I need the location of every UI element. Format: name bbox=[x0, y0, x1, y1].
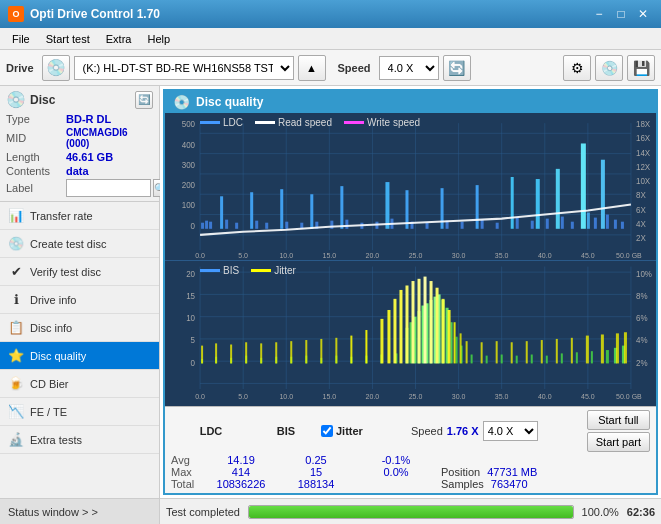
menu-file[interactable]: File bbox=[4, 31, 38, 47]
sidebar-item-verify-test-disc[interactable]: ✔ Verify test disc bbox=[0, 258, 159, 286]
legend-ldc: LDC bbox=[200, 117, 243, 128]
svg-rect-188 bbox=[430, 281, 433, 363]
svg-text:4X: 4X bbox=[636, 220, 646, 229]
sidebar-item-create-test-disc[interactable]: 💿 Create test disc bbox=[0, 230, 159, 258]
sidebar-item-fe-te[interactable]: 📉 FE / TE bbox=[0, 398, 159, 426]
stats-area: LDC BIS Jitter Speed 1.76 X bbox=[165, 406, 656, 493]
disc-section-title: Disc bbox=[30, 93, 55, 107]
settings-button[interactable]: ⚙ bbox=[563, 55, 591, 81]
disc-quality-header: 💿 Disc quality bbox=[165, 91, 656, 113]
bottom-chart-legend: BIS Jitter bbox=[200, 265, 296, 276]
maximize-button[interactable]: □ bbox=[611, 4, 631, 24]
disc-quality-icon: 💿 bbox=[173, 94, 190, 110]
app-title: Opti Drive Control 1.70 bbox=[30, 7, 160, 21]
speed-stat-value: 1.76 X bbox=[447, 425, 479, 437]
minimize-button[interactable]: − bbox=[589, 4, 609, 24]
svg-rect-182 bbox=[393, 299, 396, 364]
sidebar-item-label: Drive info bbox=[30, 294, 76, 306]
sidebar-item-label: FE / TE bbox=[30, 406, 67, 418]
disc-refresh-button[interactable]: 🔄 bbox=[135, 91, 153, 109]
length-label: Length bbox=[6, 151, 66, 163]
svg-rect-204 bbox=[616, 334, 619, 364]
svg-text:5: 5 bbox=[191, 335, 196, 346]
title-bar: O Opti Drive Control 1.70 − □ ✕ bbox=[0, 0, 661, 28]
top-chart-svg: 500 400 300 200 100 0 18X 16X 14X 12X 10… bbox=[165, 113, 656, 260]
svg-rect-86 bbox=[606, 215, 609, 229]
svg-rect-77 bbox=[536, 179, 540, 229]
mid-label: MID bbox=[6, 132, 66, 144]
type-value: BD-R DL bbox=[66, 113, 111, 125]
legend-jitter: Jitter bbox=[251, 265, 296, 276]
avg-jitter: -0.1% bbox=[351, 454, 441, 466]
svg-rect-60 bbox=[345, 220, 348, 229]
svg-rect-193 bbox=[460, 334, 462, 364]
svg-rect-63 bbox=[385, 182, 389, 229]
svg-rect-172 bbox=[260, 344, 262, 364]
menu-help[interactable]: Help bbox=[139, 31, 178, 47]
avg-bis: 0.25 bbox=[281, 454, 351, 466]
sidebar-item-label: Transfer rate bbox=[30, 210, 93, 222]
sidebar-item-label: Extra tests bbox=[30, 434, 82, 446]
svg-rect-195 bbox=[481, 343, 483, 364]
svg-rect-45 bbox=[205, 221, 208, 229]
svg-text:10: 10 bbox=[186, 313, 195, 324]
status-window-button[interactable]: Status window > > bbox=[0, 498, 159, 524]
ldc-col-header: LDC bbox=[171, 425, 251, 437]
avg-ldc: 14.19 bbox=[201, 454, 281, 466]
sidebar-item-transfer-rate[interactable]: 📊 Transfer rate bbox=[0, 202, 159, 230]
sidebar-item-extra-tests[interactable]: 🔬 Extra tests bbox=[0, 426, 159, 454]
svg-rect-176 bbox=[320, 339, 322, 363]
svg-text:18X: 18X bbox=[636, 120, 651, 129]
menu-start-test[interactable]: Start test bbox=[38, 31, 98, 47]
eject-button[interactable]: ▲ bbox=[298, 55, 326, 81]
jitter-checkbox[interactable] bbox=[321, 425, 333, 437]
svg-text:10.0: 10.0 bbox=[279, 252, 293, 259]
disc-label-label: Label bbox=[6, 182, 66, 194]
sidebar-item-cd-bier[interactable]: 🍺 CD Bier bbox=[0, 370, 159, 398]
svg-text:8X: 8X bbox=[636, 191, 646, 200]
svg-rect-51 bbox=[255, 221, 258, 229]
svg-rect-49 bbox=[235, 223, 238, 229]
svg-rect-189 bbox=[436, 288, 439, 364]
start-part-button[interactable]: Start part bbox=[587, 432, 650, 452]
sidebar-item-label: Create test disc bbox=[30, 238, 106, 250]
type-label: Type bbox=[6, 113, 66, 125]
sidebar-item-disc-info[interactable]: 📋 Disc info bbox=[0, 314, 159, 342]
sidebar-item-drive-info[interactable]: ℹ Drive info bbox=[0, 286, 159, 314]
svg-rect-160 bbox=[531, 355, 533, 364]
svg-rect-70 bbox=[461, 222, 464, 229]
speed-stat-dropdown[interactable]: 4.0 X Max 2.0 X bbox=[483, 421, 538, 441]
svg-rect-72 bbox=[481, 220, 484, 229]
svg-rect-56 bbox=[310, 194, 313, 229]
charts-container: LDC Read speed Write speed bbox=[165, 113, 656, 406]
svg-rect-84 bbox=[594, 218, 597, 229]
svg-rect-154 bbox=[456, 337, 458, 364]
disc-label-input[interactable] bbox=[66, 179, 151, 197]
svg-rect-87 bbox=[614, 220, 617, 229]
svg-rect-79 bbox=[556, 169, 560, 229]
svg-rect-179 bbox=[365, 330, 367, 363]
svg-text:30.0: 30.0 bbox=[452, 392, 466, 401]
refresh-button[interactable]: 🔄 bbox=[443, 55, 471, 81]
menu-extra[interactable]: Extra bbox=[98, 31, 140, 47]
svg-rect-165 bbox=[606, 350, 609, 363]
drive-icon-button[interactable]: 💿 bbox=[42, 55, 70, 81]
speed-selector[interactable]: 4.0 X Max 2.0 X 6.0 X bbox=[379, 56, 439, 80]
svg-text:0: 0 bbox=[191, 358, 196, 369]
svg-text:14X: 14X bbox=[636, 149, 651, 158]
svg-text:5.0: 5.0 bbox=[238, 252, 248, 259]
drive-selector[interactable]: (K:) HL-DT-ST BD-RE WH16NS58 TST4 bbox=[74, 56, 294, 80]
start-full-button[interactable]: Start full bbox=[587, 410, 650, 430]
svg-rect-177 bbox=[335, 338, 337, 364]
svg-rect-163 bbox=[576, 353, 578, 364]
disc-button[interactable]: 💿 bbox=[595, 55, 623, 81]
sidebar-item-disc-quality[interactable]: ⭐ Disc quality bbox=[0, 342, 159, 370]
disc-section-icon: 💿 bbox=[6, 90, 26, 109]
svg-rect-161 bbox=[546, 356, 548, 364]
app-icon: O bbox=[8, 6, 24, 22]
sidebar-item-label: Disc quality bbox=[30, 350, 86, 362]
svg-rect-81 bbox=[571, 222, 574, 229]
svg-rect-53 bbox=[280, 189, 283, 229]
close-button[interactable]: ✕ bbox=[633, 4, 653, 24]
save-button[interactable]: 💾 bbox=[627, 55, 655, 81]
